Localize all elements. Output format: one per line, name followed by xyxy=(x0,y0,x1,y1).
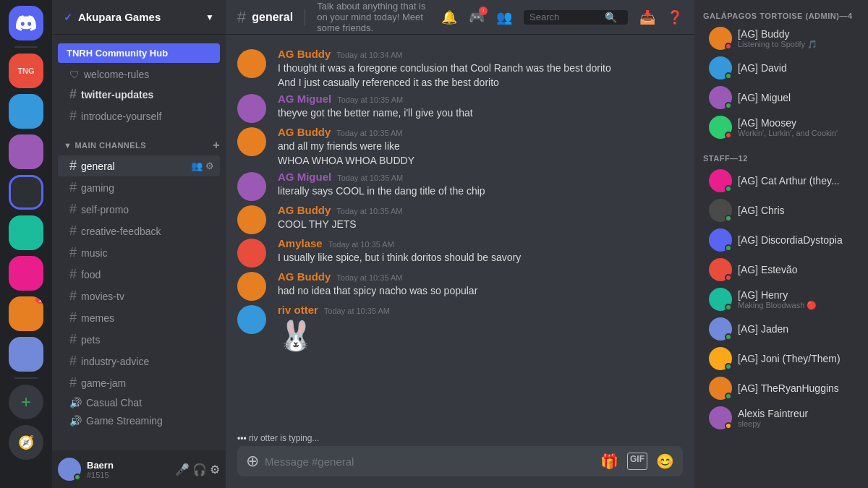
channel-item-industry-advice[interactable]: # industry-advice xyxy=(58,351,220,372)
gear-icon[interactable]: ⚙ xyxy=(205,160,214,171)
channel-item-self-promo[interactable]: # self-promo xyxy=(58,199,220,220)
server-icon-s5[interactable] xyxy=(9,256,43,291)
message-text: had no idea that spicy nacho was so popu… xyxy=(278,284,683,299)
member-item[interactable]: [AG] Miguel xyxy=(700,83,862,112)
member-name: [AG] DiscordiaDystopia xyxy=(738,234,856,246)
message-timestamp: Today at 10:35 AM xyxy=(336,273,402,282)
hash-icon-2: # xyxy=(69,108,77,124)
message-input[interactable] xyxy=(265,455,595,468)
deafen-button[interactable]: 🎧 xyxy=(192,463,207,476)
status-dot xyxy=(725,132,732,139)
channel-name-self-promo: self-promo xyxy=(81,204,129,215)
inbox-icon[interactable]: 📥 xyxy=(639,9,655,25)
hash-icon-general: # xyxy=(69,158,77,174)
server-icon-ag[interactable] xyxy=(9,175,43,210)
channel-item-casual-chat[interactable]: 🔊 Casual Chat xyxy=(58,394,220,411)
member-item[interactable]: Alexis Faintreursleepy xyxy=(700,403,862,432)
channel-item-movies-tv[interactable]: # movies-tv xyxy=(58,286,220,307)
message-author[interactable]: AG Buddy xyxy=(278,204,331,216)
status-dot xyxy=(725,215,732,222)
message-content: AG MiguelToday at 10:35 AMliterally says… xyxy=(278,171,683,201)
server-icon-s2[interactable] xyxy=(9,94,43,129)
gif-button[interactable]: GIF xyxy=(627,453,647,470)
server-icon-indie[interactable] xyxy=(9,215,43,250)
avatar xyxy=(237,205,266,234)
channel-item-welcome-rules[interactable]: 🛡 welcome-rules xyxy=(58,66,220,83)
message-timestamp: Today at 10:35 AM xyxy=(324,307,390,315)
message-text: and all my friends were like xyxy=(278,140,683,154)
channel-item-game-streaming[interactable]: 🔊 Game Streaming xyxy=(58,412,220,429)
channel-item-food[interactable]: # food xyxy=(58,264,220,285)
gift-icon[interactable]: 🎁 xyxy=(600,453,618,470)
member-item[interactable]: [AG] MooseyWorkin', Lurkin', and Cookin' xyxy=(700,113,862,142)
hash-icon-memes: # xyxy=(69,310,77,325)
mute-button[interactable]: 🎤 xyxy=(175,463,190,476)
message-author[interactable]: AG Miguel xyxy=(278,93,331,105)
server-icon-s3[interactable] xyxy=(9,134,43,169)
avatar xyxy=(237,49,266,78)
message-item: AG BuddyToday at 10:34 AMI thought it wa… xyxy=(226,46,694,91)
member-item[interactable]: [AG] BuddyListening to Spotify 🎵 xyxy=(700,24,862,53)
member-name: [AG] Jaden xyxy=(738,323,856,335)
avatar xyxy=(237,305,266,334)
member-item[interactable]: [AG] TheRyanHuggins xyxy=(700,374,862,403)
member-info: [AG] BuddyListening to Spotify 🎵 xyxy=(738,28,856,49)
message-author[interactable]: riv otter xyxy=(278,304,318,316)
channel-item-creative-feedback[interactable]: # creative-feedback xyxy=(58,221,220,241)
main-channels-section[interactable]: ▼ MAIN CHANNELS + xyxy=(52,127,226,155)
search-input[interactable] xyxy=(529,12,602,22)
message-author[interactable]: Amylase xyxy=(278,237,323,249)
hub-label[interactable]: TNRH Community Hub xyxy=(58,43,220,63)
server-header[interactable]: ✓ Akupara Games ▼ xyxy=(52,0,226,35)
add-channel-button[interactable]: + xyxy=(213,139,220,152)
channel-name-header: general xyxy=(252,11,293,24)
channel-item-introduce-yourself[interactable]: # introduce-yourself xyxy=(58,106,220,127)
channel-item-twitter-updates[interactable]: # twitter-updates xyxy=(58,84,220,105)
channel-name-movies-tv: movies-tv xyxy=(81,291,124,302)
message-content: AmylaseToday at 10:35 AMI usually like s… xyxy=(278,237,683,267)
channel-hash-icon: # xyxy=(237,8,246,27)
user-settings-button[interactable]: ⚙ xyxy=(210,463,220,476)
channel-item-general[interactable]: # general 👥 ⚙ xyxy=(58,155,220,176)
channel-name-general: general xyxy=(81,160,115,172)
channel-item-pets[interactable]: # pets xyxy=(58,329,220,350)
member-item[interactable]: [AG] Cat Arthur (they... xyxy=(700,166,862,195)
member-name: [AG] Miguel xyxy=(738,92,856,103)
member-item[interactable]: [AG] Chris xyxy=(700,196,862,225)
member-avatar xyxy=(709,199,732,222)
notification-badge: 1 xyxy=(35,296,43,304)
member-item[interactable]: [AG] HenryMaking Bloodwash 🔴 xyxy=(700,285,862,314)
bell-icon[interactable]: 🔔 xyxy=(441,9,457,25)
chevron-down-icon: ▼ xyxy=(205,12,214,22)
member-item[interactable]: [AG] David xyxy=(700,53,862,82)
message-author[interactable]: AG Buddy xyxy=(278,48,331,60)
status-dot xyxy=(725,185,732,192)
member-item[interactable]: [AG] Estevão xyxy=(700,255,862,284)
channel-item-gaming[interactable]: # gaming xyxy=(58,177,220,198)
current-user-tag: #1515 xyxy=(87,471,169,479)
message-item: AmylaseToday at 10:35 AMI usually like s… xyxy=(226,236,694,269)
server-icon-s6[interactable]: 1 xyxy=(9,296,43,331)
channel-item-memes[interactable]: # memes xyxy=(58,307,220,328)
attach-button[interactable]: ⊕ xyxy=(246,452,259,471)
channel-name-memes: memes xyxy=(81,312,114,324)
members-icon[interactable]: 👥 xyxy=(496,9,512,25)
channel-item-game-jam[interactable]: # game-jam xyxy=(58,372,220,393)
message-author[interactable]: AG Buddy xyxy=(278,126,331,138)
channel-name-creative-feedback: creative-feedback xyxy=(81,226,161,237)
server-icon-discord[interactable] xyxy=(9,6,43,40)
help-icon[interactable]: ❓ xyxy=(667,9,683,25)
message-header: AG BuddyToday at 10:35 AM xyxy=(278,126,683,138)
channel-item-music[interactable]: # music xyxy=(58,242,220,263)
message-author[interactable]: AG Buddy xyxy=(278,270,331,283)
member-item[interactable]: [AG] Joni (They/Them) xyxy=(700,344,862,373)
emoji-button[interactable]: 😊 xyxy=(656,453,674,470)
nitro-icon[interactable]: 🎮 ! xyxy=(469,9,485,25)
server-icon-s7[interactable] xyxy=(9,337,43,372)
server-icon-tng[interactable]: TNG xyxy=(9,53,43,88)
member-item[interactable]: [AG] DiscordiaDystopia xyxy=(700,226,862,254)
add-server-button[interactable]: + xyxy=(9,385,43,419)
discover-button[interactable]: 🧭 xyxy=(9,425,43,460)
message-author[interactable]: AG Miguel xyxy=(278,171,331,183)
member-item[interactable]: [AG] Jaden xyxy=(700,314,862,343)
